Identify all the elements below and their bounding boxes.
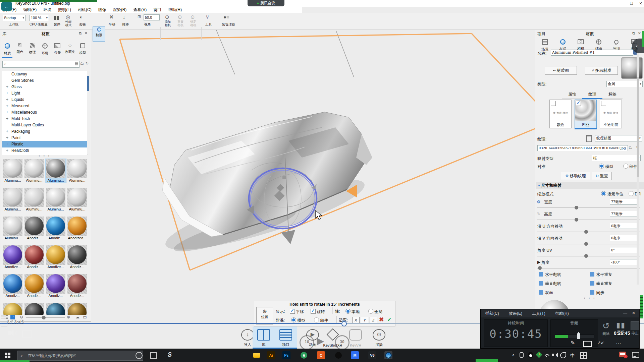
library-search-input[interactable] bbox=[2, 61, 79, 68]
menu-item-2[interactable]: 环境 bbox=[40, 7, 55, 13]
dock-render[interactable]: ⊙渲染 bbox=[368, 326, 390, 349]
close-button[interactable]: ✕ bbox=[637, 1, 644, 6]
playlist-icon[interactable] bbox=[1, 315, 6, 319]
material-thumbnail[interactable]: Aluminu... bbox=[24, 187, 45, 212]
performance-mode-icon[interactable]: ◎ bbox=[66, 14, 70, 20]
slider-track[interactable] bbox=[537, 244, 640, 244]
volume-icon[interactable]: )) bbox=[8, 330, 17, 336]
slider-value-input[interactable]: 0毫米 bbox=[610, 223, 639, 229]
close-icon[interactable]: ✕ bbox=[632, 311, 635, 315]
option-1[interactable]: 水平重复 bbox=[590, 272, 641, 278]
sync-icon[interactable]: ↻ bbox=[537, 212, 540, 216]
expand-icon[interactable]: + bbox=[6, 116, 8, 122]
splitter-handle[interactable]: ● ● ● bbox=[0, 155, 89, 157]
material-thumbnail[interactable] bbox=[45, 303, 66, 315]
option-0[interactable]: 水平翻转 bbox=[539, 272, 590, 278]
multi-material-button[interactable]: ⑂ 多层材质 bbox=[585, 66, 618, 75]
library-tab-0[interactable]: 材质 bbox=[1, 41, 13, 58]
taskbar-app-app-c[interactable]: C bbox=[317, 351, 325, 359]
material-thumbnail[interactable]: Anodiz... bbox=[24, 245, 45, 269]
light-manager-icon[interactable]: ●≡ bbox=[223, 14, 229, 20]
player-back-icon[interactable]: ← bbox=[1, 2, 12, 11]
material-graph-button[interactable]: ▪▪ 材质图 bbox=[545, 66, 577, 75]
material-thumbnail[interactable]: Anodiz... bbox=[24, 274, 45, 298]
slider-track[interactable] bbox=[537, 207, 640, 208]
slider-track[interactable] bbox=[537, 232, 640, 232]
tree-item-light[interactable]: +Light bbox=[2, 90, 87, 97]
material-thumbnail[interactable]: Aluminu... bbox=[2, 159, 23, 183]
slider-thumb[interactable] bbox=[575, 206, 578, 209]
slider-thumb[interactable] bbox=[584, 254, 588, 258]
expand-icon[interactable]: + bbox=[6, 141, 8, 147]
material-thumbnail[interactable] bbox=[24, 303, 45, 315]
minimize-icon[interactable]: — bbox=[623, 311, 627, 315]
show-rotate-checkbox[interactable]: 旋转 bbox=[311, 309, 325, 315]
taskbar-app-illustrator[interactable]: Ai bbox=[267, 351, 275, 359]
ime-mode-icon[interactable] bbox=[580, 352, 587, 359]
expand-icon[interactable]: + bbox=[6, 109, 8, 116]
material-thumbnail[interactable] bbox=[67, 303, 88, 315]
project-scrollbar-thumb[interactable] bbox=[637, 77, 639, 177]
slider-value-input[interactable]: 0° bbox=[610, 247, 639, 253]
project-scrollbar[interactable] bbox=[637, 50, 639, 285]
meeting-indicator[interactable]: ●腾讯会议 bbox=[248, 0, 284, 6]
import-library-icon[interactable]: 🗀 bbox=[83, 315, 87, 319]
chat-icon[interactable] bbox=[632, 352, 639, 358]
slider-value-input[interactable]: 77毫米 bbox=[610, 199, 639, 205]
material-name-input[interactable]: Aluminum Polished #1 bbox=[551, 50, 633, 56]
material-thumbnail[interactable]: Anodiz... bbox=[45, 274, 66, 298]
folder-icon[interactable]: 🗀 bbox=[80, 61, 84, 65]
link-icon[interactable]: ⊘ bbox=[537, 199, 540, 204]
display-icon[interactable] bbox=[22, 330, 32, 338]
float-panel-icon[interactable]: ⧉ bbox=[632, 31, 635, 36]
tree-item-gem-stones[interactable]: Gem Stones bbox=[2, 77, 87, 84]
material-thumbnail[interactable]: Aluminu... bbox=[45, 159, 66, 183]
axis-global-radio[interactable]: 全局 bbox=[368, 309, 382, 315]
slot-checkbox[interactable] bbox=[601, 101, 606, 106]
tree-item-packaging[interactable]: +Packaging bbox=[2, 128, 87, 135]
slider-track[interactable] bbox=[537, 220, 640, 220]
screen-icon[interactable] bbox=[583, 341, 592, 347]
float-panel-icon[interactable]: ⧉ bbox=[79, 31, 82, 36]
material-thumbnail[interactable] bbox=[2, 303, 23, 315]
slider-value-input[interactable]: -180° bbox=[610, 259, 639, 265]
fit-z-button[interactable]: Z bbox=[370, 317, 377, 323]
trash-icon[interactable] bbox=[586, 135, 592, 142]
option-5[interactable]: 同步 bbox=[590, 290, 641, 296]
zoom-in-icon[interactable]: ⊕ bbox=[67, 315, 70, 319]
foil-bag-model[interactable] bbox=[162, 112, 372, 237]
tree-item-cutaway[interactable]: Cutaway bbox=[2, 71, 87, 77]
tree-item-plastic[interactable]: +Plastic bbox=[2, 141, 87, 147]
tray-expand-icon[interactable]: ∧ bbox=[512, 353, 515, 357]
open-file-icon[interactable]: 🗀 bbox=[629, 145, 633, 150]
material-thumbnail[interactable]: Anodiz... bbox=[24, 216, 45, 240]
qq-icon[interactable] bbox=[528, 352, 533, 358]
cancel-icon[interactable]: ✖ bbox=[379, 316, 384, 323]
material-thumbnail[interactable]: Anodize... bbox=[2, 245, 23, 269]
workspace-select[interactable]: Startup▾ bbox=[3, 15, 25, 21]
fov-input[interactable]: 50.0 bbox=[144, 14, 160, 20]
queue-icon[interactable] bbox=[1, 322, 7, 327]
antivirus-shield-icon[interactable]: + bbox=[536, 351, 542, 358]
texture-slot-1[interactable]: 凹凸 bbox=[575, 100, 597, 128]
confirm-icon[interactable]: ✓ bbox=[387, 316, 392, 323]
maximize-button[interactable]: ❐ bbox=[628, 1, 635, 6]
tree-item-multi-layer-optics[interactable]: Multi-Layer Optics bbox=[2, 122, 87, 128]
axis-local-radio[interactable]: 本地 bbox=[345, 309, 360, 315]
texture-slot-0[interactable]: 未 加载 纹理颜色 bbox=[549, 100, 572, 128]
move-texture-button[interactable]: ✥ 移动纹理 bbox=[561, 172, 590, 180]
position-button[interactable]: ⊕ 位置 bbox=[256, 307, 273, 324]
pan-icon[interactable]: ✕ bbox=[109, 14, 114, 20]
cloud-download-icon[interactable]: ☁ bbox=[75, 315, 79, 319]
library-tab-4[interactable]: 背景 bbox=[51, 41, 64, 58]
pencil-icon[interactable]: ✎ bbox=[571, 340, 575, 346]
slider-thumb[interactable] bbox=[538, 266, 542, 270]
slot-checkbox[interactable] bbox=[551, 101, 556, 106]
taskbar-app-app-v6[interactable]: V6 bbox=[368, 351, 376, 359]
dock-project[interactable]: 项目 bbox=[275, 326, 297, 349]
menu-item-1[interactable]: 编辑(E) bbox=[20, 7, 40, 13]
slider-thumb[interactable] bbox=[575, 218, 578, 222]
material-thumbnail[interactable]: Anodiz... bbox=[2, 274, 23, 298]
tumble-button[interactable]: C 翻滚 bbox=[93, 26, 105, 42]
material-subtab-1[interactable]: 纹理 bbox=[582, 91, 602, 99]
